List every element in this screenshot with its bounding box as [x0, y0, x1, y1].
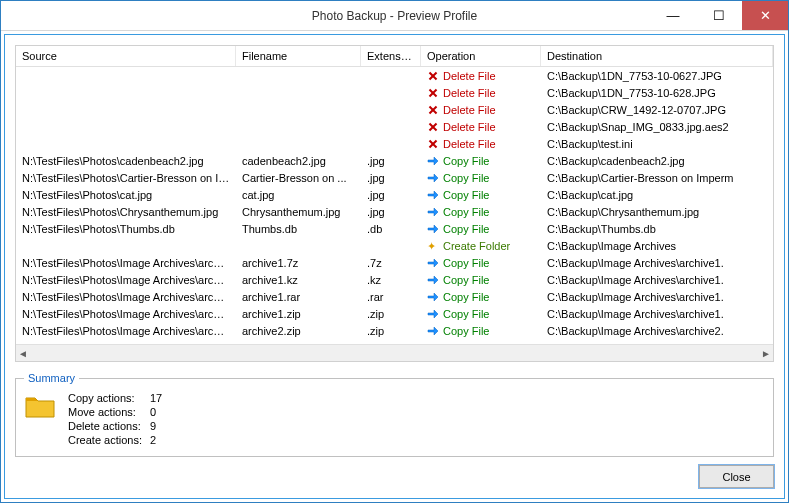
cell-extension: .7z — [361, 257, 421, 269]
operation-label: Copy File — [443, 257, 489, 269]
cell-filename: Cartier-Bresson on ... — [236, 172, 361, 184]
table-row[interactable]: N:\TestFiles\Photos\Image Archives\archi… — [16, 322, 773, 339]
arrow-right-icon — [427, 291, 439, 303]
move-actions-count: 0 — [150, 406, 168, 418]
operation-label: Copy File — [443, 189, 489, 201]
cell-source: N:\TestFiles\Photos\Image Archives\archi… — [16, 257, 236, 269]
cell-operation: Copy File — [421, 172, 541, 184]
arrow-right-icon — [427, 308, 439, 320]
star-icon: ✦ — [427, 240, 439, 252]
cell-source: N:\TestFiles\Photos\Image Archives\archi… — [16, 308, 236, 320]
cell-source: N:\TestFiles\Photos\Image Archives\archi… — [16, 291, 236, 303]
cell-destination: C:\Backup\Image Archives\archive1. — [541, 257, 773, 269]
cell-source: N:\TestFiles\Photos\Thumbs.db — [16, 223, 236, 235]
operation-label: Copy File — [443, 172, 489, 184]
table-header: Source Filename Extension Operation Dest… — [16, 46, 773, 67]
cell-extension: .db — [361, 223, 421, 235]
folder-icon — [24, 390, 56, 422]
operation-label: Create Folder — [443, 240, 510, 252]
table-row[interactable]: N:\TestFiles\Photos\Cartier-Bresson on I… — [16, 169, 773, 186]
arrow-right-icon — [427, 257, 439, 269]
cell-destination: C:\Backup\CRW_1492-12-0707.JPG — [541, 104, 773, 116]
cell-filename: Chrysanthemum.jpg — [236, 206, 361, 218]
delete-actions-count: 9 — [150, 420, 168, 432]
cell-filename: archive2.zip — [236, 325, 361, 337]
cell-operation: Delete File — [421, 87, 541, 99]
table-row[interactable]: N:\TestFiles\Photos\cadenbeach2.jpgcaden… — [16, 152, 773, 169]
maximize-button[interactable]: ☐ — [696, 1, 742, 30]
cell-destination: C:\Backup\1DN_7753-10-0627.JPG — [541, 70, 773, 82]
table-row[interactable]: Delete FileC:\Backup\Snap_IMG_0833.jpg.a… — [16, 118, 773, 135]
cell-extension: .jpg — [361, 189, 421, 201]
cell-operation: Delete File — [421, 138, 541, 150]
col-operation[interactable]: Operation — [421, 46, 541, 66]
create-actions-count: 2 — [150, 434, 168, 446]
col-extension[interactable]: Extension — [361, 46, 421, 66]
table-row[interactable]: N:\TestFiles\Photos\Image Archives\archi… — [16, 254, 773, 271]
cell-source: N:\TestFiles\Photos\Cartier-Bresson on I… — [16, 172, 236, 184]
table-row[interactable]: Delete FileC:\Backup\1DN_7753-10-628.JPG — [16, 84, 773, 101]
table-row[interactable]: N:\TestFiles\Photos\cat.jpgcat.jpg.jpgCo… — [16, 186, 773, 203]
arrow-right-icon — [427, 325, 439, 337]
cell-destination: C:\Backup\test.ini — [541, 138, 773, 150]
cell-operation: Delete File — [421, 70, 541, 82]
cell-destination: C:\Backup\Thumbs.db — [541, 223, 773, 235]
cell-destination: C:\Backup\cadenbeach2.jpg — [541, 155, 773, 167]
cell-extension: .jpg — [361, 155, 421, 167]
operation-label: Copy File — [443, 223, 489, 235]
cell-filename: cadenbeach2.jpg — [236, 155, 361, 167]
cell-extension: .jpg — [361, 172, 421, 184]
col-filename[interactable]: Filename — [236, 46, 361, 66]
titlebar: Photo Backup - Preview Profile — ☐ ✕ — [1, 1, 788, 31]
cell-operation: Copy File — [421, 291, 541, 303]
table-row[interactable]: N:\TestFiles\Photos\Image Archives\archi… — [16, 305, 773, 322]
close-button[interactable]: Close — [699, 465, 774, 488]
delete-actions-label: Delete actions: — [68, 420, 148, 432]
cell-destination: C:\Backup\Image Archives\archive2. — [541, 325, 773, 337]
minimize-button[interactable]: — — [650, 1, 696, 30]
table-row[interactable]: Delete FileC:\Backup\CRW_1492-12-0707.JP… — [16, 101, 773, 118]
summary-panel: Summary Copy actions:17 Move actions:0 D… — [15, 372, 774, 457]
cell-operation: Copy File — [421, 257, 541, 269]
operation-label: Delete File — [443, 138, 496, 150]
cell-source: N:\TestFiles\Photos\cat.jpg — [16, 189, 236, 201]
cell-destination: C:\Backup\Image Archives — [541, 240, 773, 252]
cell-operation: Copy File — [421, 325, 541, 337]
arrow-right-icon — [427, 206, 439, 218]
table-row[interactable]: Delete FileC:\Backup\test.ini — [16, 135, 773, 152]
close-window-button[interactable]: ✕ — [742, 1, 788, 30]
table-row[interactable]: N:\TestFiles\Photos\Thumbs.dbThumbs.db.d… — [16, 220, 773, 237]
table-row[interactable]: N:\TestFiles\Photos\Image Archives\archi… — [16, 288, 773, 305]
table-row[interactable]: N:\TestFiles\Photos\Image Archives\archi… — [16, 271, 773, 288]
cell-filename: cat.jpg — [236, 189, 361, 201]
cell-destination: C:\Backup\Image Archives\archive1. — [541, 291, 773, 303]
table-row[interactable]: Delete FileC:\Backup\1DN_7753-10-0627.JP… — [16, 67, 773, 84]
operation-label: Delete File — [443, 121, 496, 133]
operation-label: Delete File — [443, 87, 496, 99]
content-area: Source Filename Extension Operation Dest… — [4, 34, 785, 499]
col-destination[interactable]: Destination — [541, 46, 773, 66]
cell-destination: C:\Backup\1DN_7753-10-628.JPG — [541, 87, 773, 99]
window-title: Photo Backup - Preview Profile — [139, 9, 650, 23]
cell-source: N:\TestFiles\Photos\cadenbeach2.jpg — [16, 155, 236, 167]
cell-destination: C:\Backup\Chrysanthemum.jpg — [541, 206, 773, 218]
table-row[interactable]: ✦Create FolderC:\Backup\Image Archives — [16, 237, 773, 254]
cell-operation: Copy File — [421, 274, 541, 286]
arrow-right-icon — [427, 223, 439, 235]
horizontal-scrollbar[interactable]: ◄ ► — [16, 344, 773, 361]
cell-destination: C:\Backup\Image Archives\archive1. — [541, 308, 773, 320]
scroll-left-icon[interactable]: ◄ — [18, 348, 28, 359]
cell-operation: Copy File — [421, 223, 541, 235]
delete-icon — [427, 87, 439, 99]
scroll-right-icon[interactable]: ► — [761, 348, 771, 359]
operations-table: Source Filename Extension Operation Dest… — [15, 45, 774, 362]
main-window: Photo Backup - Preview Profile — ☐ ✕ Sou… — [0, 0, 789, 503]
operation-label: Copy File — [443, 308, 489, 320]
cell-operation: Copy File — [421, 308, 541, 320]
operation-label: Copy File — [443, 206, 489, 218]
col-source[interactable]: Source — [16, 46, 236, 66]
table-row[interactable]: N:\TestFiles\Photos\Chrysanthemum.jpgChr… — [16, 203, 773, 220]
delete-icon — [427, 70, 439, 82]
table-body: Delete FileC:\Backup\1DN_7753-10-0627.JP… — [16, 67, 773, 344]
arrow-right-icon — [427, 172, 439, 184]
